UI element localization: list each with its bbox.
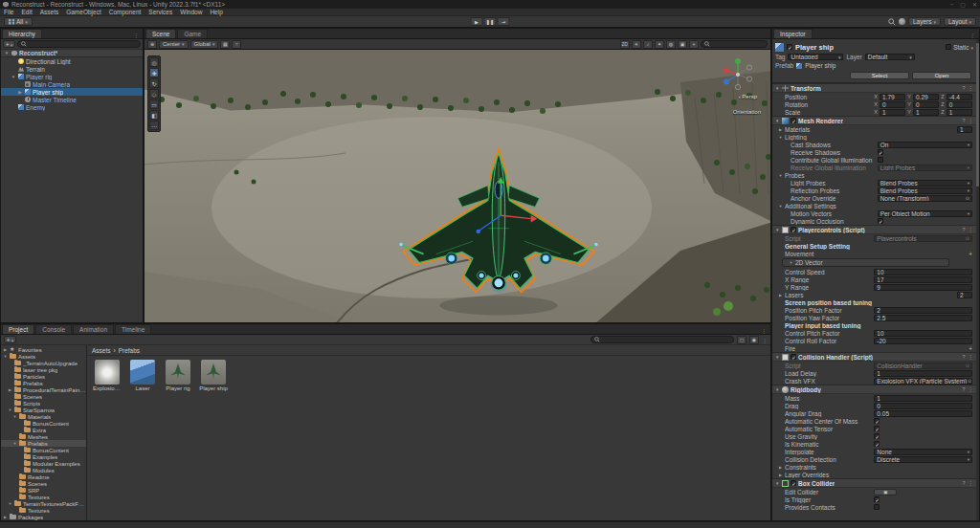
number-field[interactable]: 0.05 — [874, 410, 972, 417]
add-binding-button[interactable] — [969, 251, 972, 257]
y-field[interactable]: 0 — [913, 101, 939, 108]
number-field[interactable]: 2 — [874, 307, 972, 314]
hierarchy-search[interactable] — [17, 40, 141, 48]
project-search[interactable] — [590, 336, 734, 343]
foldout-arrow[interactable]: ▼ — [4, 51, 10, 55]
inspector-row[interactable]: Motion Vectors X Y Z Per Object Motion — [772, 209, 976, 217]
inspector-row[interactable]: Fire X Y Z — [772, 344, 976, 352]
scene-game-tab[interactable]: Scene — [145, 29, 176, 38]
tag-dropdown[interactable]: Untagged — [788, 54, 843, 60]
help-icon[interactable]: ? — [962, 118, 965, 123]
object-field[interactable]: None (Transform) — [878, 195, 972, 202]
property-checkbox[interactable] — [874, 418, 880, 424]
foldout-arrow[interactable]: ▶ — [778, 127, 783, 132]
search-icon[interactable] — [888, 18, 896, 26]
inspector-row[interactable]: ▼ Additional Settings X Y Z — [772, 202, 976, 209]
object-field[interactable]: CollisionHandler — [874, 363, 972, 369]
inspector-row[interactable]: Contribute Global Illumination X Y Z — [772, 156, 976, 164]
lighting-toggle[interactable]: ☀ — [632, 40, 641, 49]
bottom-panel-tab[interactable]: Timeline — [115, 324, 151, 334]
menu-item[interactable]: Window — [176, 9, 206, 15]
2d-toggle[interactable]: 2D — [620, 40, 630, 49]
inspector-row[interactable]: ▶ Layer Overrides X Y Z — [772, 471, 976, 478]
inspector-row[interactable]: Automatic Tensor X Y Z — [772, 425, 976, 432]
snap-increment-icon[interactable]: ⌗ — [232, 40, 241, 49]
close-button[interactable]: ✕ — [972, 1, 977, 8]
static-checkbox[interactable] — [946, 44, 951, 50]
folder-row[interactable]: BonusContent — [1, 447, 86, 453]
layers-dropdown[interactable]: Layers — [908, 17, 941, 26]
z-field[interactable]: 0 — [947, 101, 972, 108]
dropdown-field[interactable]: Blend Probes — [878, 180, 972, 187]
property-checkbox[interactable] — [874, 433, 880, 439]
dropdown-field[interactable]: None — [874, 449, 972, 455]
move-tool[interactable]: ✚ — [149, 68, 159, 77]
inspector-row[interactable]: Player input based tuning X Y Z — [772, 321, 976, 329]
hierarchy-item[interactable]: Enemy — [1, 103, 143, 111]
folder-row[interactable]: ▼ StarSparrow — [1, 407, 86, 413]
property-checkbox[interactable] — [874, 504, 880, 510]
inspector-row[interactable]: Rotation X0 Y0 Z0 — [772, 100, 976, 108]
folder-row[interactable]: ▼ Assets — [1, 353, 86, 360]
foldout-arrow[interactable]: ▼ — [778, 173, 783, 178]
inspector-row[interactable]: Receive Global Illumination X Y Z Light … — [772, 164, 976, 171]
scene-game-tab[interactable]: Game — [177, 29, 208, 38]
foldout-arrow[interactable]: ▶ — [778, 293, 783, 297]
inspector-row[interactable]: Movement X Y Z — [772, 250, 976, 257]
component-menu-icon[interactable] — [969, 85, 974, 91]
folder-row[interactable]: laser tree pkg — [1, 366, 86, 373]
x-field[interactable]: 1 — [880, 109, 905, 116]
asset-item[interactable]: Player ship — [199, 360, 228, 391]
foldout-arrow[interactable]: ▼ — [8, 501, 12, 506]
number-field[interactable]: 10 — [874, 330, 972, 337]
asset-item[interactable]: Player rig — [164, 360, 192, 391]
account-avatar[interactable] — [899, 18, 905, 25]
inspector-row[interactable]: Script X Y Z CollisionHandler Col — [772, 362, 976, 369]
maximize-button[interactable]: ▢ — [960, 1, 966, 8]
foldout-arrow[interactable]: ▼ — [775, 481, 780, 486]
inspector-row[interactable]: Is Kinematic X Y Z — [772, 440, 976, 448]
hidden-packages-icon[interactable]: ◻ — [737, 336, 746, 344]
menu-item[interactable]: Edit — [17, 9, 35, 15]
component-header[interactable]: ▼ Rigidbody ? — [772, 385, 976, 394]
inspector-row[interactable]: Receive Shadows X Y Z — [772, 148, 976, 156]
create-dropdown[interactable]: + — [3, 40, 15, 48]
asset-item[interactable]: Explosion VFX — [93, 360, 122, 391]
inspector-row[interactable]: Crash VFX X Y Z Explosion VFX (Particle … — [772, 377, 976, 385]
folder-row[interactable]: Scripts — [1, 400, 86, 407]
account-dropdown[interactable]: All — [4, 17, 33, 26]
component-enable-checkbox[interactable] — [791, 480, 796, 486]
foldout-arrow[interactable]: ▼ — [775, 228, 780, 232]
asset-item[interactable]: Laser — [128, 360, 157, 391]
number-field[interactable]: 17 — [874, 276, 972, 283]
inspector-row[interactable]: Light Probes X Y Z Blend Probes B — [772, 179, 976, 187]
foldout-arrow[interactable]: ▶ — [3, 347, 8, 352]
chevron-down-icon[interactable] — [970, 44, 973, 51]
gameobject-name[interactable]: Player ship — [795, 43, 834, 52]
number-field[interactable]: 1 — [874, 370, 972, 377]
component-menu-icon[interactable] — [969, 386, 974, 392]
hierarchy-item[interactable]: ▼ Player rig — [1, 73, 143, 80]
component-menu-icon[interactable] — [969, 118, 974, 123]
inspector-row[interactable]: Reflection Probes X Y Z Blend Probes — [772, 187, 976, 194]
component-header[interactable]: ▼ Mesh Renderer ? — [772, 116, 976, 125]
lock-icon[interactable]: ◉ — [749, 336, 759, 344]
folder-row[interactable]: _TerrainAutoUpgrade — [1, 360, 86, 366]
create-asset-dropdown[interactable]: + — [4, 336, 16, 343]
property-checkbox[interactable] — [874, 426, 880, 431]
inspector-row[interactable]: Drag X Y Z 0 0 — [772, 402, 976, 409]
foldout-arrow[interactable]: ▼ — [8, 407, 12, 412]
effects-dropdown[interactable]: ✦ — [655, 40, 664, 49]
inspector-row[interactable]: Is Trigger X Y Z — [772, 495, 976, 503]
bottom-panel-tab[interactable]: Console — [35, 324, 72, 334]
rotate-tool[interactable]: ↻ — [149, 78, 159, 88]
component-menu-icon[interactable] — [969, 480, 974, 486]
menu-item[interactable]: GameObject — [62, 9, 105, 15]
x-field[interactable]: 1.79 — [880, 94, 905, 100]
number-field[interactable]: 9 — [874, 284, 972, 291]
foldout-arrow[interactable]: ▶ — [778, 465, 783, 470]
foldout-arrow[interactable]: ▼ — [11, 75, 16, 79]
scene-viewport[interactable]: ◎✚↻◇▭◧⋯ ‹ Persp Orientation — [145, 50, 770, 322]
object-field[interactable]: Playercontrols — [874, 235, 972, 242]
inspector-row[interactable]: Interpolate X Y Z None None — [772, 448, 976, 455]
